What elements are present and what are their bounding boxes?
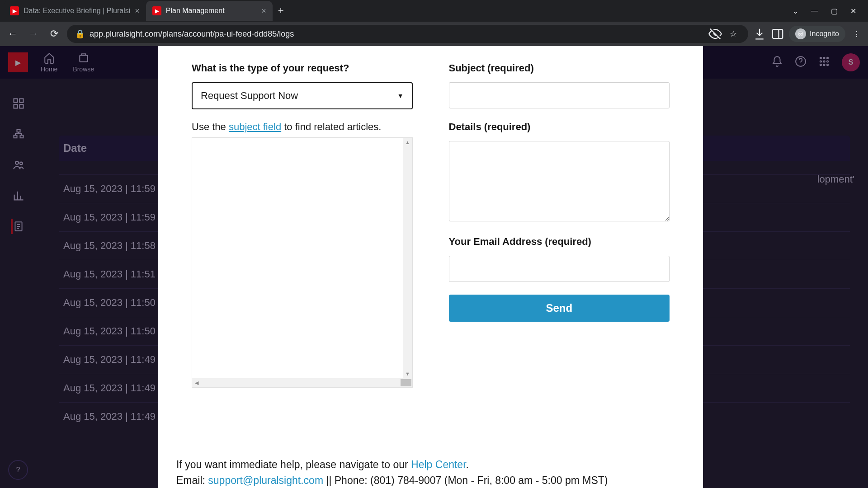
svg-point-8 bbox=[820, 61, 821, 62]
svg-rect-16 bbox=[14, 104, 18, 108]
send-button[interactable]: Send bbox=[449, 295, 670, 322]
nav-browse[interactable]: Browse bbox=[73, 52, 94, 73]
side-rail bbox=[0, 79, 37, 234]
pluralsight-favicon: ▶ bbox=[152, 6, 161, 15]
svg-rect-18 bbox=[17, 130, 20, 132]
tab-executive-briefing[interactable]: ▶ Data: Executive Briefing | Pluralsi × bbox=[4, 1, 146, 21]
pluralsight-favicon: ▶ bbox=[10, 6, 19, 15]
new-tab-button[interactable]: + bbox=[273, 5, 289, 17]
modal-right-column: Subject (required) Details (required) Yo… bbox=[449, 62, 670, 388]
scrollbar-vertical[interactable]: ▲▼ bbox=[403, 138, 412, 378]
support-modal: What is the type of your request? Reques… bbox=[158, 46, 703, 488]
dashboard-icon[interactable] bbox=[11, 96, 26, 111]
analytics-icon[interactable] bbox=[11, 188, 26, 203]
side-panel-icon[interactable] bbox=[771, 27, 784, 41]
downloads-icon[interactable] bbox=[753, 27, 766, 41]
bell-icon[interactable] bbox=[771, 56, 783, 69]
request-type-value: Request Support Now bbox=[201, 90, 298, 102]
help-center-link[interactable]: Help Center bbox=[411, 459, 466, 470]
svg-point-11 bbox=[820, 64, 821, 66]
svg-point-22 bbox=[20, 162, 23, 165]
modal-footer: If you want immediate help, please navig… bbox=[176, 457, 685, 488]
pluralsight-logo[interactable]: ▶ bbox=[8, 52, 28, 72]
details-textarea[interactable] bbox=[449, 141, 670, 221]
maximize-icon[interactable]: ▢ bbox=[831, 7, 838, 15]
request-type-select[interactable]: Request Support Now ▼ bbox=[192, 82, 413, 109]
svg-point-10 bbox=[827, 61, 828, 62]
help-fab[interactable]: ? bbox=[8, 460, 28, 480]
subject-input[interactable] bbox=[449, 82, 670, 108]
incognito-label: Incognito bbox=[810, 30, 839, 38]
subject-label: Subject (required) bbox=[449, 62, 670, 74]
nav-browse-label: Browse bbox=[73, 66, 94, 73]
scrollbar-horizontal[interactable]: ◀▶ bbox=[192, 378, 412, 387]
support-email-link[interactable]: support@pluralsight.com bbox=[208, 474, 323, 486]
details-label: Details (required) bbox=[449, 121, 670, 133]
chevron-down-icon[interactable]: ⌄ bbox=[793, 7, 798, 15]
svg-rect-20 bbox=[20, 135, 24, 138]
close-icon[interactable]: × bbox=[261, 6, 266, 16]
svg-point-6 bbox=[823, 57, 825, 59]
tab-bar: ▶ Data: Executive Briefing | Pluralsi × … bbox=[0, 0, 868, 22]
avatar[interactable]: S bbox=[842, 53, 860, 71]
back-button[interactable]: ← bbox=[5, 26, 21, 42]
helper-text: Use the subject field to find related ar… bbox=[192, 121, 413, 133]
browser-chrome: ▶ Data: Executive Briefing | Pluralsi × … bbox=[0, 0, 868, 46]
svg-point-12 bbox=[823, 64, 825, 66]
svg-point-2 bbox=[801, 33, 803, 35]
close-icon[interactable]: × bbox=[135, 6, 140, 16]
subject-field-link[interactable]: subject field bbox=[229, 121, 281, 132]
svg-rect-0 bbox=[773, 29, 783, 38]
address-bar: ← → ⟳ 🔒 app.pluralsight.com/plans/accoun… bbox=[0, 22, 868, 46]
svg-rect-15 bbox=[19, 99, 23, 103]
request-type-label: What is the type of your request? bbox=[192, 62, 413, 74]
minimize-icon[interactable]: ― bbox=[811, 7, 818, 15]
related-articles-box: ▲▼ ◀▶ bbox=[192, 137, 413, 388]
incognito-icon bbox=[795, 28, 806, 39]
browse-icon bbox=[78, 52, 90, 64]
url-bar[interactable]: 🔒 app.pluralsight.com/plans/account/pa-u… bbox=[67, 25, 748, 43]
eye-off-icon[interactable] bbox=[708, 27, 722, 41]
home-icon bbox=[43, 52, 55, 64]
svg-rect-19 bbox=[14, 135, 17, 138]
svg-point-21 bbox=[15, 161, 19, 164]
svg-rect-3 bbox=[80, 56, 87, 62]
header-nav: Home Browse bbox=[41, 52, 94, 73]
svg-point-5 bbox=[820, 57, 821, 59]
nav-home[interactable]: Home bbox=[41, 52, 57, 73]
apps-grid-icon[interactable] bbox=[818, 56, 830, 69]
email-input[interactable] bbox=[449, 256, 670, 282]
svg-rect-14 bbox=[14, 99, 18, 103]
svg-point-1 bbox=[798, 33, 800, 35]
lock-icon: 🔒 bbox=[75, 29, 85, 39]
org-icon[interactable] bbox=[11, 127, 26, 142]
chevron-down-icon: ▼ bbox=[397, 92, 404, 99]
window-controls: ⌄ ― ▢ ✕ bbox=[793, 7, 864, 15]
nav-home-label: Home bbox=[41, 66, 57, 73]
tab-title: Data: Executive Briefing | Pluralsi bbox=[24, 7, 130, 15]
reload-button[interactable]: ⟳ bbox=[46, 26, 62, 42]
logs-icon[interactable] bbox=[11, 219, 26, 234]
incognito-badge[interactable]: Incognito bbox=[789, 26, 845, 42]
tab-title: Plan Management bbox=[166, 7, 225, 15]
log-text-fragment: lopment' bbox=[817, 174, 854, 185]
kebab-menu-icon[interactable]: ⋮ bbox=[850, 27, 863, 41]
close-window-icon[interactable]: ✕ bbox=[850, 7, 856, 15]
tab-plan-management[interactable]: ▶ Plan Management × bbox=[146, 1, 273, 21]
modal-left-column: What is the type of your request? Reques… bbox=[192, 62, 413, 388]
forward-button[interactable]: → bbox=[25, 26, 42, 42]
star-icon[interactable]: ☆ bbox=[726, 27, 740, 41]
svg-point-9 bbox=[823, 61, 825, 62]
svg-point-7 bbox=[827, 57, 828, 59]
email-label: Your Email Address (required) bbox=[449, 236, 670, 248]
url-text: app.pluralsight.com/plans/account/pa-ui-… bbox=[90, 29, 704, 39]
help-icon[interactable] bbox=[795, 56, 807, 69]
svg-rect-17 bbox=[19, 104, 23, 108]
svg-point-13 bbox=[827, 64, 828, 66]
people-icon[interactable] bbox=[11, 157, 26, 173]
